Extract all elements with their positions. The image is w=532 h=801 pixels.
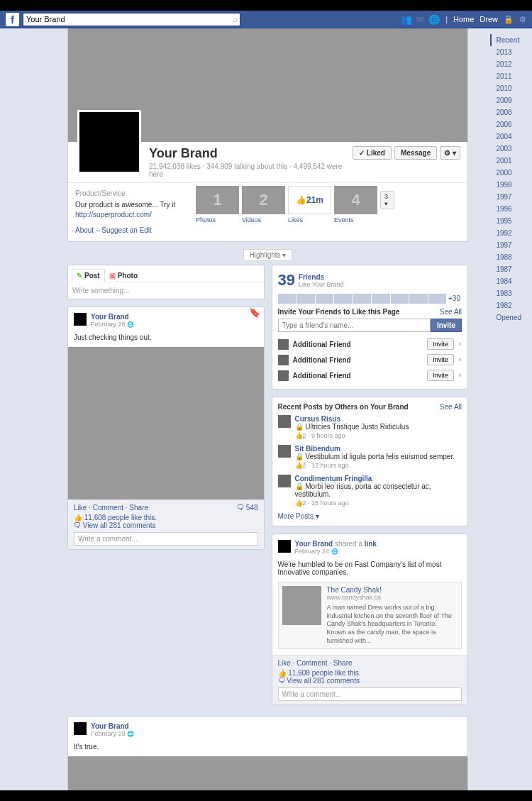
page-url[interactable]: http://superproduct.com/ [75, 211, 152, 219]
post-avatar[interactable] [74, 313, 87, 326]
more-posts-link[interactable]: More Posts ▾ [278, 512, 462, 520]
top-nav-bar: f ⌕ 👥 ✉ 🌐 | Home Drew 🔒 ⚙ [0, 11, 532, 28]
recent-item[interactable]: Cursus Risus🔒 Ultricies Tristique Justo … [278, 415, 462, 439]
tile-events[interactable]: 4Events [334, 186, 377, 238]
friend-avatar[interactable] [278, 339, 289, 350]
tile-videos[interactable]: 2Videos [242, 186, 285, 238]
recent-author[interactable]: Sit Bibendum [295, 445, 455, 453]
post-author[interactable]: Your Brand [91, 313, 134, 321]
liked-button[interactable]: ✓ Liked [353, 146, 392, 160]
like-count[interactable]: 👍 11,608 people like this. [278, 669, 462, 677]
recent-avatar [278, 475, 291, 487]
dismiss-icon[interactable]: × [458, 372, 462, 379]
friends-label[interactable]: Friends [299, 273, 344, 281]
recent-author[interactable]: Cursus Risus [295, 415, 409, 423]
fb-logo[interactable]: f [6, 13, 19, 26]
profile-picture[interactable] [77, 110, 141, 174]
friend-name[interactable]: Additional Friend [293, 341, 423, 348]
search-icon[interactable]: ⌕ [233, 15, 238, 23]
post-body: Just checking things out. [68, 333, 264, 347]
friends-sublabel: Like Your Brand [299, 281, 344, 288]
like-count[interactable]: 👍 11,608 people like this. [74, 514, 258, 521]
comment-input[interactable]: Write a comment... [74, 532, 258, 546]
recent-author[interactable]: Condimentum Fringilla [295, 475, 462, 482]
post-date: February 28 🌐 [91, 730, 134, 737]
compose-post-tab[interactable]: ✎Post [72, 269, 105, 282]
admin-links[interactable]: About – Suggest an Edit [75, 226, 189, 236]
friend-name[interactable]: Additional Friend [293, 372, 423, 380]
post-author[interactable]: Your Brand shared a link. [295, 540, 379, 548]
recent-posts-box: Recent Posts by Others on Your Brand See… [272, 397, 469, 526]
settings-icon[interactable]: ⚙ [519, 15, 526, 24]
recent-meta: 👍2 · 9 hours ago [295, 432, 409, 439]
link-description: A man named Drew works out of a big indu… [327, 604, 458, 645]
recent-title: Recent Posts by Others on Your Brand [278, 403, 409, 411]
link-image [282, 586, 321, 625]
bookmark-icon[interactable]: 🔖 [249, 307, 260, 318]
post-actions[interactable]: Like · Comment · Share [74, 504, 148, 512]
page-settings-button[interactable]: ⚙ ▾ [440, 146, 460, 160]
friends-more[interactable]: +30 [447, 294, 462, 304]
post-3: Your Brand February 28 🌐 It's true. [67, 716, 468, 801]
composer: ✎Post ▣Photo Write something... [67, 265, 265, 299]
page-stats: 21,942,038 likes · 344,909 talking about… [149, 162, 353, 178]
recent-item[interactable]: Sit Bibendum🔒 Vestibulum id ligula porta… [278, 445, 462, 469]
link-title[interactable]: The Candy Shak! [327, 586, 458, 594]
invite-friend-button[interactable]: Invite [427, 370, 454, 381]
link-url: www.candyshak.ca [327, 594, 458, 601]
cover-section: Your Brand 21,942,038 likes · 344,909 ta… [67, 28, 468, 242]
post-actions[interactable]: Like · Comment · Share [278, 659, 353, 667]
see-all-link[interactable]: See All [440, 403, 462, 411]
post-author[interactable]: Your Brand [91, 722, 134, 730]
post-2: Your Brand shared a link. February 24 🌐 … [272, 534, 469, 705]
highlights-dropdown[interactable]: Highlights ▾ [243, 249, 293, 261]
friends-box: 39 Friends Like Your Brand +30 Invite Yo… [272, 265, 469, 390]
privacy-icon[interactable]: 🔒 [504, 15, 514, 24]
dismiss-icon[interactable]: × [458, 341, 462, 348]
view-comments[interactable]: 🗨 View all 281 comments [278, 677, 462, 685]
compose-photo-tab[interactable]: ▣Photo [105, 269, 142, 282]
recent-text: 🔒 Morbi leo risus, porta ac consectetur … [295, 482, 462, 498]
comment-count[interactable]: 🗨 548 [237, 504, 257, 512]
tiles-more[interactable]: 3 ▾ [380, 186, 394, 214]
invite-input[interactable] [278, 319, 431, 332]
friend-avatar[interactable] [278, 370, 289, 381]
post-avatar[interactable] [278, 540, 291, 553]
globe-icon: 🌐 [127, 321, 134, 328]
invite-title: Invite Your Friends to Like this Page [278, 308, 400, 316]
friends-count: 39 [278, 271, 295, 289]
recent-meta: 👍2 · 12 hours ago [295, 462, 455, 469]
friends-thumbnails[interactable]: +30 [278, 294, 462, 304]
globe-icon[interactable]: 🌐 [428, 14, 440, 25]
post-image[interactable] [68, 347, 264, 499]
search-input[interactable] [23, 13, 240, 26]
friend-row: Additional FriendInvite× [278, 352, 462, 368]
tile-photos[interactable]: 1Photos [196, 186, 239, 238]
cover-photo[interactable] [68, 28, 467, 142]
friends-icon[interactable]: 👥 [401, 14, 412, 25]
page-description: Our product is awesome... Try it [75, 200, 189, 210]
messages-icon[interactable]: ✉ [416, 14, 424, 25]
invite-friend-button[interactable]: Invite [427, 338, 454, 350]
view-comments[interactable]: 🗨 View all 281 comments [74, 521, 258, 529]
friend-avatar[interactable] [278, 355, 289, 365]
compose-input[interactable]: Write something... [68, 282, 264, 299]
comment-input[interactable]: Write a comment... [278, 687, 462, 701]
recent-text: 🔒 Vestibulum id ligula porta felis euism… [295, 453, 455, 460]
nav-user[interactable]: Drew [480, 15, 498, 23]
friend-row: Additional FriendInvite× [278, 368, 462, 383]
tile-likes[interactable]: 👍21mLikes [288, 186, 331, 238]
nav-home[interactable]: Home [453, 15, 474, 23]
link-preview[interactable]: The Candy Shak! www.candyshak.ca A man n… [278, 582, 462, 649]
message-button[interactable]: Message [394, 146, 437, 160]
post-avatar[interactable] [74, 722, 87, 735]
dismiss-icon[interactable]: × [458, 356, 462, 363]
recent-item[interactable]: Condimentum Fringilla🔒 Morbi leo risus, … [278, 475, 462, 507]
post-body: It's true. [68, 743, 467, 756]
see-all-link[interactable]: See All [440, 308, 462, 316]
invite-button[interactable]: Invite [431, 319, 462, 332]
recent-avatar [278, 445, 291, 458]
invite-friend-button[interactable]: Invite [427, 354, 454, 365]
friend-name[interactable]: Additional Friend [293, 356, 423, 364]
page-title: Your Brand [149, 146, 353, 161]
